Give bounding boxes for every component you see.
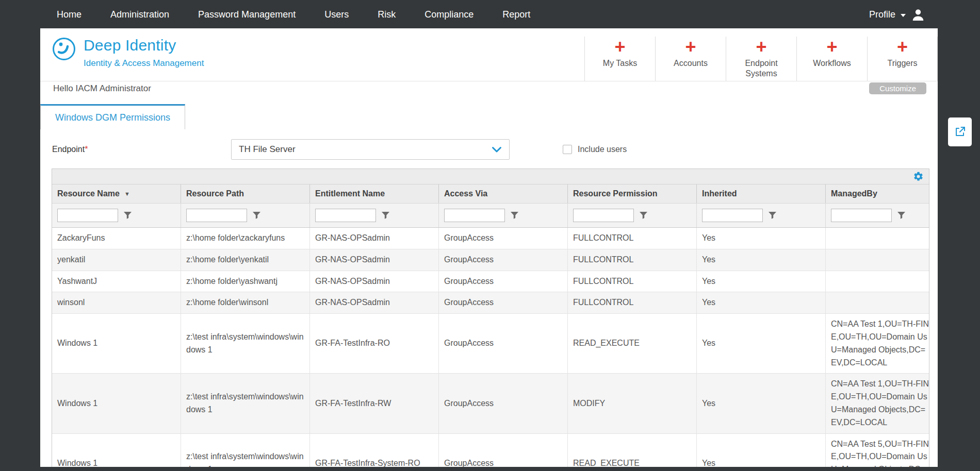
brand-text: Deep Identity Identity & Access Manageme…	[84, 37, 204, 69]
column-label: Inherited	[702, 189, 737, 198]
permissions-table: Resource Name ▼ Resource Path Entitlemen…	[52, 169, 929, 467]
tab-windows-dgm-permissions[interactable]: Windows DGM Permissions	[40, 104, 185, 129]
top-nav: Home Administration Password Management …	[0, 0, 980, 29]
filter-cell-entitlement-name	[310, 204, 439, 227]
nav-item-home[interactable]: Home	[57, 9, 81, 20]
cell-resource-permission: MODIFY	[568, 374, 697, 433]
endpoint-select-value: TH File Server	[239, 144, 296, 155]
cell-resource-name: Windows 1	[52, 314, 181, 373]
column-header-resource-path[interactable]: Resource Path	[181, 184, 310, 203]
quicklink-my-tasks[interactable]: + My Tasks	[584, 37, 655, 81]
cell-inherited: Yes	[697, 271, 826, 292]
cell-resource-name: winsonl	[52, 292, 181, 313]
filter-cell-managed-by	[826, 204, 929, 227]
cell-entitlement-name: GR-NAS-OPSadmin	[310, 271, 439, 292]
filter-input-entitlement-name[interactable]	[315, 209, 376, 222]
cell-inherited: Yes	[697, 314, 826, 373]
gear-icon[interactable]	[913, 171, 924, 182]
quicklink-workflows[interactable]: + Workflows	[796, 37, 867, 81]
endpoint-label-text: Endpoint	[52, 145, 85, 154]
cell-resource-permission: FULLCONTROL	[568, 228, 697, 249]
table-row[interactable]: Windows 1 z:\test infra\system\windows\w…	[52, 434, 929, 467]
table-row[interactable]: yenkatil z:\home folder\yenkatil GR-NAS-…	[52, 249, 929, 271]
cell-resource-path: z:\test infra\system\windows\windows 1	[181, 314, 310, 373]
filter-icon[interactable]	[897, 211, 906, 220]
cell-access-via: GroupAccess	[439, 292, 568, 313]
filter-input-resource-name[interactable]	[57, 209, 118, 222]
cell-resource-path: z:\home folder\zackaryfuns	[181, 228, 310, 249]
customize-button[interactable]: Customize	[869, 82, 926, 94]
quicklink-label: Workflows	[813, 58, 851, 69]
endpoint-filter-bar: Endpoint* TH File Server Include users	[40, 139, 938, 160]
filter-input-managed-by[interactable]	[831, 209, 892, 222]
filter-icon[interactable]	[639, 211, 648, 220]
cell-resource-name: Windows 1	[52, 374, 181, 433]
cell-entitlement-name: GR-FA-TestInfra-RW	[310, 374, 439, 433]
column-header-resource-permission[interactable]: Resource Permission	[568, 184, 697, 203]
cell-managed-by	[826, 228, 929, 249]
filter-cell-resource-permission	[568, 204, 697, 227]
column-header-managed-by[interactable]: ManagedBy	[826, 184, 929, 203]
cell-access-via: GroupAccess	[439, 249, 568, 271]
brand-title: Deep Identity	[84, 37, 204, 54]
plus-icon: +	[656, 38, 726, 56]
filter-cell-inherited	[697, 204, 826, 227]
nav-item-users[interactable]: Users	[324, 9, 349, 20]
filter-icon[interactable]	[381, 211, 390, 220]
filter-input-inherited[interactable]	[702, 209, 763, 222]
column-header-access-via[interactable]: Access Via	[439, 184, 568, 203]
table-row[interactable]: YashwantJ z:\home folder\yashwantj GR-NA…	[52, 271, 929, 293]
plus-icon: +	[797, 38, 867, 56]
filter-input-access-via[interactable]	[444, 209, 505, 222]
cell-resource-permission: FULLCONTROL	[568, 292, 697, 313]
column-label: Resource Name	[57, 189, 120, 198]
cell-resource-path: z:\home folder\yashwantj	[181, 271, 310, 292]
quicklink-triggers[interactable]: + Triggers	[867, 37, 938, 81]
cell-resource-permission: READ_EXECUTE	[568, 314, 697, 373]
table-row[interactable]: ZackaryFuns z:\home folder\zackaryfuns G…	[52, 228, 929, 249]
quicklink-label: Endpoint Systems	[730, 58, 792, 79]
column-header-entitlement-name[interactable]: Entitlement Name	[310, 184, 439, 203]
cell-resource-name: yenkatil	[52, 249, 181, 271]
export-button[interactable]	[948, 117, 972, 146]
cell-managed-by: CN=AA Test 1,OU=TH-FIN E,OU=TH,OU=Domain…	[826, 314, 929, 373]
include-users-label: Include users	[578, 145, 627, 154]
nav-item-report[interactable]: Report	[502, 9, 530, 20]
filter-input-resource-permission[interactable]	[573, 209, 634, 222]
quicklink-accounts[interactable]: + Accounts	[655, 37, 726, 81]
profile-label: Profile	[869, 9, 895, 20]
brand-subtitle: Identity & Access Management	[84, 58, 204, 69]
include-users-checkbox[interactable]	[563, 145, 572, 154]
filter-icon[interactable]	[252, 211, 261, 220]
endpoint-select[interactable]: TH File Server	[231, 139, 510, 160]
cell-resource-path: z:\home folder\winsonl	[181, 292, 310, 313]
filter-input-resource-path[interactable]	[186, 209, 247, 222]
cell-inherited: Yes	[697, 374, 826, 433]
table-row[interactable]: winsonl z:\home folder\winsonl GR-NAS-OP…	[52, 292, 929, 314]
cell-resource-permission: FULLCONTROL	[568, 271, 697, 292]
nav-item-administration[interactable]: Administration	[110, 9, 169, 20]
export-icon	[954, 126, 966, 138]
nav-item-compliance[interactable]: Compliance	[424, 9, 473, 20]
plus-icon: +	[868, 38, 937, 56]
cell-entitlement-name: GR-FA-TestInfra-RO	[310, 314, 439, 373]
filter-icon[interactable]	[510, 211, 519, 220]
cell-resource-path: z:\test infra\system\windows\windows 1	[181, 434, 310, 467]
cell-managed-by: CN=AA Test 1,OU=TH-FIN E,OU=TH,OU=Domain…	[826, 374, 929, 433]
filter-icon[interactable]	[768, 211, 777, 220]
nav-item-password-management[interactable]: Password Management	[198, 9, 296, 20]
column-header-resource-name[interactable]: Resource Name ▼	[52, 184, 181, 203]
table-row[interactable]: Windows 1 z:\test infra\system\windows\w…	[52, 314, 929, 374]
table-row[interactable]: Windows 1 z:\test infra\system\windows\w…	[52, 374, 929, 433]
filter-cell-resource-path	[181, 204, 310, 227]
quicklink-endpoint-systems[interactable]: + Endpoint Systems	[726, 37, 796, 81]
tab-strip: Windows DGM Permissions	[40, 104, 938, 129]
sort-desc-icon: ▼	[124, 191, 130, 197]
page: Home Administration Password Management …	[0, 0, 980, 471]
nav-item-risk[interactable]: Risk	[378, 9, 396, 20]
profile-menu[interactable]: Profile	[869, 0, 925, 29]
filter-icon[interactable]	[123, 211, 132, 220]
nav-items: Home Administration Password Management …	[57, 9, 530, 20]
chevron-down-icon	[492, 146, 502, 153]
column-header-inherited[interactable]: Inherited	[697, 184, 826, 203]
